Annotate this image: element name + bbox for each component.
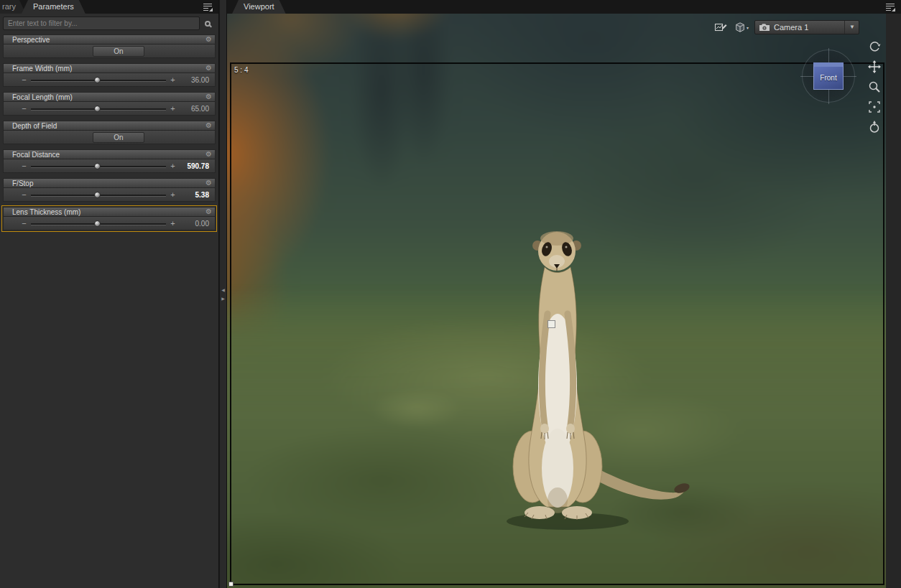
lens-thickness-value[interactable]: 0.00 — [177, 220, 215, 228]
splitter-collapse-left-icon: ◀ — [221, 288, 225, 292]
gear-icon[interactable]: ⚙ — [205, 93, 212, 101]
viewport-panel: Viewport — [227, 0, 901, 588]
focal-distance-value[interactable]: 590.78 — [177, 162, 215, 170]
param-label: Lens Thickness (mm) — [12, 208, 205, 216]
param-header[interactable]: Perspective ⚙ — [3, 34, 216, 45]
pan-tool-icon[interactable] — [867, 60, 882, 74]
gear-icon[interactable]: ⚙ — [205, 179, 212, 187]
frame-width-value[interactable]: 36.00 — [177, 76, 215, 84]
param-label: F/Stop — [12, 179, 205, 187]
param-group-lens-thickness: Lens Thickness (mm) ⚙ − + 0.00 — [3, 207, 216, 230]
depth-of-field-toggle-button[interactable]: On — [93, 132, 144, 143]
param-header[interactable]: Lens Thickness (mm) ⚙ — [3, 207, 216, 217]
frame-resize-handle[interactable] — [228, 582, 234, 587]
meerkat-model[interactable] — [478, 217, 708, 533]
frame-tool-icon[interactable] — [867, 100, 882, 114]
slider-increment-button[interactable]: + — [168, 219, 177, 228]
viewport-toolbar: ▾ Camera 1 ▼ — [713, 19, 859, 35]
fstop-slider[interactable] — [31, 191, 166, 199]
viewport-tools — [867, 39, 883, 134]
param-control-row: − + 5.38 — [3, 188, 216, 202]
param-label: Perspective — [12, 36, 205, 44]
param-control-row: − + 65.00 — [3, 102, 216, 116]
view-navigation-cube[interactable]: Front — [802, 50, 855, 103]
param-control-row: On — [3, 131, 216, 144]
slider-thumb[interactable] — [94, 220, 101, 227]
viewport-canvas[interactable]: 5 : 4 ▾ Camera 1 ▼ Fro — [227, 14, 901, 588]
tab-parameters[interactable]: Parameters — [22, 0, 86, 14]
param-label: Frame Width (mm) — [12, 65, 205, 73]
zoom-tool-icon[interactable] — [867, 80, 882, 94]
search-icon[interactable] — [200, 17, 216, 30]
perspective-toggle-button[interactable]: On — [93, 46, 144, 57]
filter-row — [3, 17, 216, 30]
drawstyle-dropdown-arrow: ▾ — [747, 25, 749, 30]
param-group-fstop: F/Stop ⚙ − + 5.38 — [3, 178, 216, 202]
param-group-focal-length: Focal Length (mm) ⚙ − + 65.00 — [3, 92, 216, 116]
slider-decrement-button[interactable]: − — [19, 75, 29, 84]
param-control-row: On — [3, 45, 216, 58]
slider-increment-button[interactable]: + — [168, 75, 177, 84]
app-window: rary Parameters Perspective ⚙ On — [0, 0, 901, 588]
orbit-tool-icon[interactable] — [867, 39, 882, 54]
gear-icon[interactable]: ⚙ — [205, 65, 212, 72]
panel-splitter[interactable]: ◀ ▶ — [219, 0, 227, 588]
param-group-frame-width: Frame Width (mm) ⚙ − + 36.00 — [3, 63, 216, 87]
focal-length-slider[interactable] — [31, 105, 166, 113]
param-control-row: − + 0.00 — [3, 217, 216, 230]
param-control-row: − + 36.00 — [3, 73, 216, 87]
parameters-body: Perspective ⚙ On Frame Width (mm) ⚙ − + … — [0, 14, 218, 588]
param-header[interactable]: Frame Width (mm) ⚙ — [3, 63, 216, 73]
param-header[interactable]: F/Stop ⚙ — [3, 178, 216, 188]
gear-icon[interactable]: ⚙ — [205, 122, 212, 129]
focal-length-value[interactable]: 65.00 — [177, 105, 215, 113]
viewport-tab-bar: Viewport — [227, 0, 901, 14]
camera-selector[interactable]: Camera 1 ▼ — [754, 20, 859, 34]
parameters-panel: rary Parameters Perspective ⚙ On — [0, 0, 219, 588]
slider-thumb[interactable] — [94, 163, 101, 169]
param-header[interactable]: Focal Distance ⚙ — [3, 149, 216, 159]
focal-distance-slider[interactable] — [31, 162, 166, 170]
slider-decrement-button[interactable]: − — [19, 190, 29, 199]
param-label: Depth of Field — [12, 122, 205, 130]
slider-increment-button[interactable]: + — [168, 104, 177, 113]
camera-icon — [759, 23, 770, 32]
slider-increment-button[interactable]: + — [168, 190, 177, 199]
camera-selector-label: Camera 1 — [774, 23, 841, 32]
slider-decrement-button[interactable]: − — [19, 219, 29, 228]
slider-thumb[interactable] — [94, 106, 101, 112]
frame-width-slider[interactable] — [31, 76, 166, 84]
panel-menu-icon[interactable] — [200, 1, 215, 13]
left-tab-bar: rary Parameters — [0, 0, 218, 14]
aim-tool-icon[interactable] — [867, 120, 882, 134]
nav-cube-front-face[interactable]: Front — [813, 62, 844, 90]
splitter-collapse-right-icon: ▶ — [221, 297, 225, 301]
param-group-perspective: Perspective ⚙ On — [3, 34, 216, 58]
gear-icon[interactable]: ⚙ — [205, 36, 212, 43]
viewport-options-icon[interactable] — [713, 20, 729, 34]
filter-input[interactable] — [3, 17, 200, 30]
param-header[interactable]: Focal Length (mm) ⚙ — [3, 92, 216, 102]
tab-content-library[interactable]: rary — [0, 0, 26, 14]
selection-handle[interactable] — [547, 320, 555, 328]
fstop-value[interactable]: 5.38 — [177, 191, 215, 199]
param-group-focal-distance: Focal Distance ⚙ − + 590.78 — [3, 149, 216, 173]
lens-thickness-slider[interactable] — [31, 220, 166, 228]
slider-thumb[interactable] — [94, 192, 101, 198]
gear-icon[interactable]: ⚙ — [205, 208, 212, 215]
param-control-row: − + 590.78 — [3, 159, 216, 173]
param-label: Focal Distance — [12, 151, 205, 159]
param-group-depth-of-field: Depth of Field ⚙ On — [3, 121, 216, 144]
gear-icon[interactable]: ⚙ — [205, 151, 212, 158]
slider-decrement-button[interactable]: − — [19, 162, 29, 170]
slider-decrement-button[interactable]: − — [19, 104, 29, 113]
param-label: Focal Length (mm) — [12, 93, 205, 101]
tab-viewport[interactable]: Viewport — [232, 0, 286, 14]
panel-menu-icon[interactable] — [883, 1, 897, 13]
slider-increment-button[interactable]: + — [168, 162, 177, 170]
camera-dropdown-arrow: ▼ — [844, 21, 855, 34]
param-header[interactable]: Depth of Field ⚙ — [3, 121, 216, 131]
magnifier-glyph — [205, 21, 211, 27]
drawstyle-selector-icon[interactable]: ▾ — [734, 20, 749, 34]
slider-thumb[interactable] — [94, 77, 101, 83]
